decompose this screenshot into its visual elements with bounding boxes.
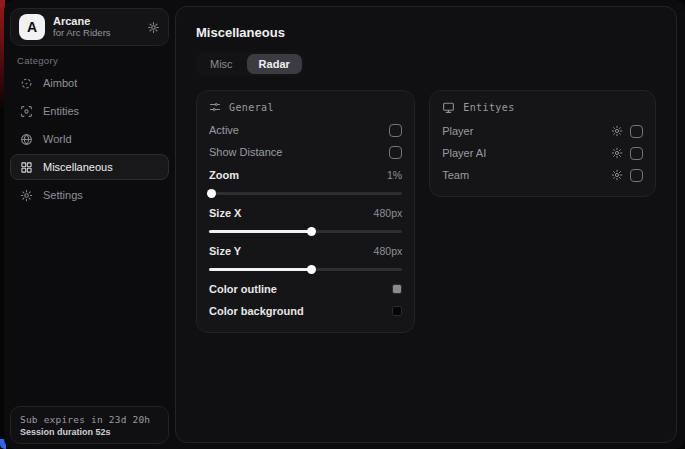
zoom-label: Zoom [209,169,239,181]
color-outline-swatch[interactable] [392,284,402,294]
grid-icon [20,161,33,174]
sub-expiry-text: Sub expires in 23d 20h [20,414,159,425]
entity-checkbox[interactable] [630,169,643,182]
entity-row-player: Player [442,120,643,142]
size-y-value: 480px [374,245,403,257]
tab-misc[interactable]: Misc [198,54,245,74]
show-distance-row: Show Distance [209,141,402,163]
monitor-icon [442,101,455,114]
general-card-header: General [209,101,402,113]
entity-checkbox[interactable] [630,147,643,160]
globe-icon [20,133,33,146]
entity-controls [611,147,643,160]
color-outline-label: Color outline [209,283,277,295]
gear-icon[interactable] [611,125,623,137]
sidebar-item-label: World [43,133,72,145]
color-background-row: Color background [209,300,402,322]
entities-card-title: Entityes [463,102,514,113]
sliders-icon [209,101,221,113]
gear-icon[interactable] [611,147,623,159]
app-meta: Arcane for Arc Riders [53,15,139,39]
app-name: Arcane [53,15,139,28]
sidebar: A Arcane for Arc Riders Category [4,0,175,449]
sidebar-item-label: Miscellaneous [43,161,113,173]
slider-fill [209,230,311,233]
general-card-title: General [229,102,274,113]
sidebar-item-label: Settings [43,189,83,201]
gear-icon[interactable] [611,169,623,181]
app-logo: A [19,14,45,40]
scan-eye-icon [20,105,33,118]
sidebar-item-label: Entities [43,105,79,117]
session-duration-text: Session duration 52s [20,427,159,437]
entities-card-header: Entityes [442,101,643,114]
active-row: Active [209,119,402,141]
entity-controls [611,125,643,138]
color-background-swatch[interactable] [392,306,402,316]
entity-label: Player AI [442,147,486,159]
size-y-slider[interactable] [209,264,402,274]
slider-track [209,192,402,195]
entity-row-player-ai: Player AI [442,142,643,164]
sidebar-item-label: Aimbot [43,77,77,89]
active-label: Active [209,124,239,136]
sidebar-item-entities[interactable]: Entities [10,98,169,124]
page-title: Miscellaneous [196,25,656,40]
main-panel: Miscellaneous Misc Radar General [175,6,677,443]
slider-fill [209,268,311,271]
category-label: Category [17,55,58,66]
tab-bar: Misc Radar [196,52,304,76]
sidebar-item-world[interactable]: World [10,126,169,152]
refresh-gear-icon[interactable] [147,21,160,34]
entity-label: Player [442,125,473,137]
slider-thumb[interactable] [207,189,216,198]
slider-thumb[interactable] [307,227,316,236]
active-checkbox[interactable] [389,124,402,137]
tab-radar[interactable]: Radar [247,54,302,74]
size-x-slider[interactable] [209,226,402,236]
crosshair-icon [20,77,33,90]
entity-checkbox[interactable] [630,125,643,138]
entity-controls [611,169,643,182]
zoom-row: Zoom 1% [209,164,402,186]
general-card: General Active Show Distance Zoom 1% [196,90,415,333]
size-x-row: Size X 480px [209,202,402,224]
entity-row-team: Team [442,164,643,186]
sidebar-item-settings[interactable]: Settings [10,182,169,208]
color-outline-row: Color outline [209,278,402,300]
slider-thumb[interactable] [307,265,316,274]
cards-row: General Active Show Distance Zoom 1% [196,90,656,333]
app-window: A Arcane for Arc Riders Category [4,0,685,449]
zoom-value: 1% [387,169,402,181]
subscription-card: Sub expires in 23d 20h Session duration … [10,406,169,444]
entities-card: Entityes Player P [429,90,656,197]
show-distance-label: Show Distance [209,146,282,158]
color-background-label: Color background [209,305,304,317]
entity-label: Team [442,169,469,181]
size-x-value: 480px [374,207,403,219]
gear-icon [20,189,33,202]
show-distance-checkbox[interactable] [389,146,402,159]
sidebar-item-miscellaneous[interactable]: Miscellaneous [10,154,169,180]
size-y-label: Size Y [209,245,241,257]
app-header-card: A Arcane for Arc Riders [10,8,169,46]
app-subtitle: for Arc Riders [53,28,139,39]
size-x-label: Size X [209,207,241,219]
sidebar-item-aimbot[interactable]: Aimbot [10,70,169,96]
size-y-row: Size Y 480px [209,240,402,262]
sidebar-nav: Aimbot Entities World [10,70,169,210]
zoom-slider[interactable] [209,188,402,198]
